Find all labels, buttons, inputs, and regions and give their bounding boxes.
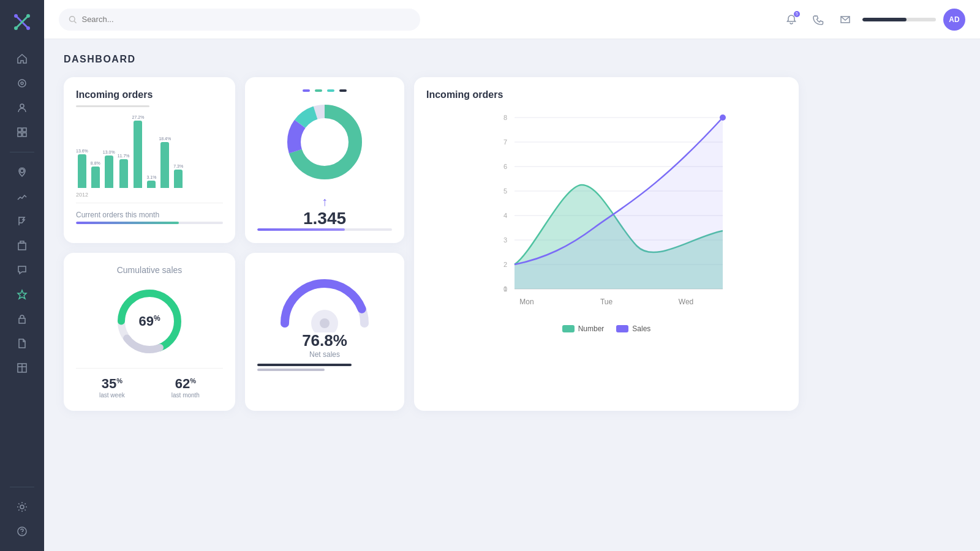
svg-text:Mon: Mon: [519, 298, 533, 306]
svg-point-30: [301, 119, 348, 165]
notification-badge: 5: [794, 11, 800, 17]
donut-card: ↑ 1.345: [245, 77, 404, 243]
legend-color-box: [616, 325, 628, 332]
legend-item: [327, 89, 334, 92]
sidebar-item-home[interactable]: [12, 49, 32, 69]
sidebar-item-chat[interactable]: [12, 260, 32, 280]
gauge-chart: [276, 265, 374, 326]
phone-button[interactable]: [809, 10, 828, 29]
bar-label: 3.1%: [146, 175, 156, 179]
svg-point-22: [21, 533, 23, 534]
net-sales-card: 76.8% Net sales: [245, 253, 404, 411]
donut-card-bottom-bar: [257, 228, 392, 231]
sidebar-item-star[interactable]: [12, 285, 32, 304]
svg-point-23: [69, 16, 75, 21]
donut-value: 1.345: [303, 209, 346, 228]
svg-point-3: [26, 14, 30, 18]
bar-rect: [119, 159, 128, 188]
bar-group: 13.6%: [76, 149, 88, 188]
bar-group: 7.3%: [173, 164, 183, 188]
current-orders-progress-fill: [76, 222, 179, 224]
sidebar-item-settings[interactable]: [12, 497, 32, 517]
stat-value: 62%: [172, 376, 200, 392]
sidebar-item-flag[interactable]: [12, 211, 32, 231]
topbar: 5 AD: [44, 0, 980, 39]
mail-button[interactable]: [835, 10, 855, 29]
svg-point-7: [21, 82, 23, 84]
bar-group: 11.7%: [118, 154, 130, 188]
line-chart-legend: Number Sales: [426, 324, 786, 333]
svg-text:Wed: Wed: [679, 298, 693, 306]
incoming-orders-bar-card: Incoming orders 13.6%8.8%13.0%11.7%27.2%…: [64, 77, 235, 243]
current-orders-label: Current orders this month: [76, 211, 223, 219]
bar-rect: [134, 121, 142, 188]
legend-dot: [327, 89, 334, 92]
legend-dot: [303, 89, 310, 92]
line-chart-title: Incoming orders: [426, 89, 786, 100]
sidebar-item-lock[interactable]: [12, 309, 32, 329]
svg-point-4: [14, 26, 18, 30]
content-area: DASHBOARD Incoming orders 13.6%8.8%13.0%…: [44, 39, 980, 551]
svg-text:8: 8: [503, 114, 507, 121]
current-orders-section: Current orders this month: [76, 203, 223, 224]
topbar-actions: 5 AD: [782, 9, 965, 31]
donut-arrow-up: ↑: [322, 195, 328, 209]
sidebar-item-users[interactable]: [12, 98, 32, 118]
net-sales-bar-2: [257, 369, 325, 371]
page-title: DASHBOARD: [64, 54, 960, 65]
sidebar-item-grid[interactable]: [12, 122, 32, 142]
main-area: 5 AD DASHBOARD Inco: [44, 0, 980, 551]
cumulative-sales-card: Cumulative sales 69% 35% last week62% la…: [64, 253, 235, 411]
bar-label: 11.7%: [118, 154, 130, 158]
svg-point-57: [320, 318, 330, 328]
sidebar-divider: [10, 152, 34, 152]
svg-point-13: [20, 169, 24, 173]
topbar-progress: [862, 18, 936, 21]
sidebar-item-building[interactable]: [12, 236, 32, 255]
dashboard-grid: Incoming orders 13.6%8.8%13.0%11.7%27.2%…: [64, 77, 799, 411]
chart-year-label: 2012: [76, 192, 223, 198]
avatar[interactable]: AD: [943, 9, 965, 31]
sidebar-item-help[interactable]: [12, 522, 32, 541]
line-chart-svg: 8 7 6 5 4 3 2 1: [426, 105, 786, 320]
net-sales-bars: [257, 364, 392, 371]
ring-value: 69%: [138, 313, 160, 329]
bar-rect: [160, 142, 169, 188]
bar-group: 27.2%: [132, 115, 145, 188]
donut-chart: [282, 99, 368, 185]
sidebar-item-trending[interactable]: [12, 187, 32, 206]
cumulative-stats: 35% last week62% last month: [76, 368, 223, 399]
bar-label: 13.6%: [76, 149, 88, 153]
stat-label: last month: [172, 392, 200, 399]
ring-chart: 69%: [113, 285, 186, 358]
sidebar-item-doc[interactable]: [12, 334, 32, 353]
sidebar: [0, 0, 44, 551]
bar-rect: [78, 154, 86, 188]
svg-rect-16: [19, 318, 25, 323]
cumulative-sales-title: Cumulative sales: [76, 265, 223, 275]
svg-rect-12: [23, 133, 26, 137]
legend-dot: [339, 89, 347, 92]
legend-color-box: [562, 325, 575, 332]
sidebar-item-chart[interactable]: [12, 73, 32, 93]
svg-rect-9: [18, 128, 21, 132]
search-bar[interactable]: [59, 9, 420, 31]
stat-label: last week: [99, 392, 125, 399]
bar-chart: 13.6%8.8%13.0%11.7%27.2%3.1%18.4%7.3%: [76, 117, 223, 190]
search-input[interactable]: [81, 15, 410, 24]
current-orders-progress-bg: [76, 222, 223, 224]
svg-rect-10: [23, 128, 26, 132]
svg-rect-11: [18, 133, 21, 137]
svg-text:6: 6: [503, 163, 507, 170]
gauge-value: 76.8%: [302, 331, 347, 350]
bar-group: 18.4%: [159, 137, 171, 188]
donut-legend: [303, 89, 347, 92]
svg-text:7: 7: [503, 138, 507, 146]
notification-button[interactable]: 5: [782, 10, 801, 29]
incoming-orders-bar-title: Incoming orders: [76, 89, 223, 100]
legend-item: [303, 89, 310, 92]
sidebar-item-table[interactable]: [12, 358, 32, 378]
sidebar-item-location[interactable]: [12, 162, 32, 182]
logo[interactable]: [10, 10, 34, 34]
chart-legend-item: Sales: [616, 324, 650, 333]
